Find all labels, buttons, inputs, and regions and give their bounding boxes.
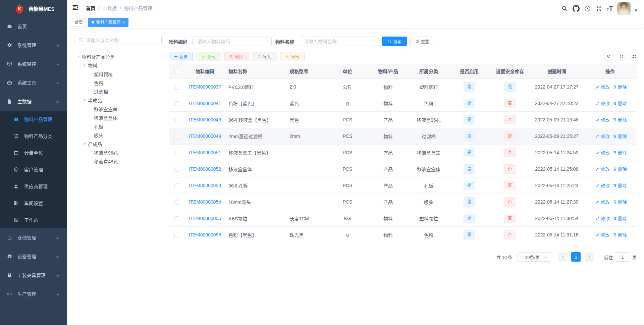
svg-text:29: 29 <box>15 201 16 203</box>
svg-text:K: K <box>18 6 21 11</box>
svg-text:T: T <box>607 7 609 11</box>
svg-text:T: T <box>609 5 613 12</box>
